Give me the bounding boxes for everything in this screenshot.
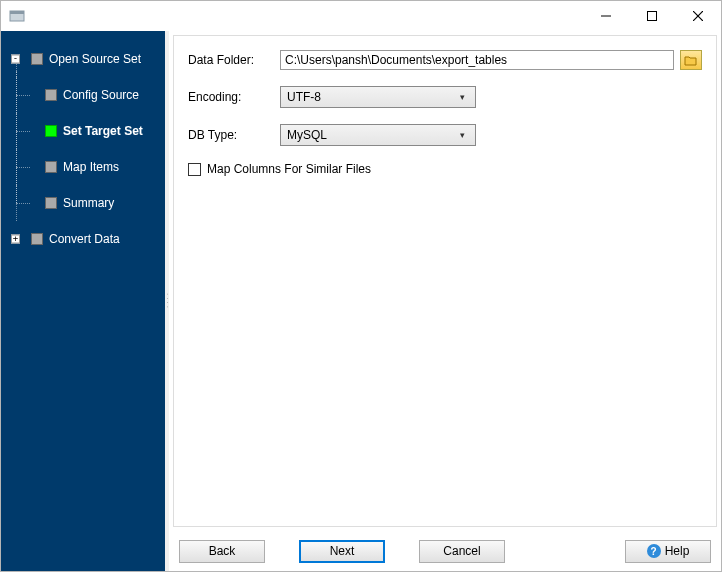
db-type-value: MySQL: [287, 128, 327, 142]
db-type-combo[interactable]: MySQL ▾: [280, 124, 476, 146]
close-button[interactable]: [675, 1, 721, 31]
body: Open Source Set Config Source Set Target…: [1, 31, 721, 571]
help-icon: ?: [647, 544, 661, 558]
expander-icon[interactable]: [11, 235, 20, 244]
tree-node-map-items[interactable]: Map Items: [7, 149, 165, 185]
tree-label: Open Source Set: [49, 52, 141, 66]
encoding-combo[interactable]: UTF-8 ▾: [280, 86, 476, 108]
expander-icon[interactable]: [11, 55, 20, 64]
help-button[interactable]: ? Help: [625, 540, 711, 563]
app-icon: [9, 8, 25, 24]
next-button[interactable]: Next: [299, 540, 385, 563]
browse-folder-button[interactable]: [680, 50, 702, 70]
step-icon: [31, 53, 43, 65]
back-button[interactable]: Back: [179, 540, 265, 563]
window-controls: [583, 1, 721, 31]
cancel-button[interactable]: Cancel: [419, 540, 505, 563]
tree-node-convert-data[interactable]: Convert Data: [7, 221, 165, 257]
map-columns-checkbox[interactable]: [188, 163, 201, 176]
tree-label: Config Source: [63, 88, 139, 102]
minimize-button[interactable]: [583, 1, 629, 31]
row-encoding: Encoding: UTF-8 ▾: [188, 86, 702, 108]
data-folder-input[interactable]: [280, 50, 674, 70]
step-icon: [31, 233, 43, 245]
step-icon: [45, 197, 57, 209]
chevron-down-icon: ▾: [460, 130, 465, 140]
label-db-type: DB Type:: [188, 128, 280, 142]
tree-label: Convert Data: [49, 232, 120, 246]
app-window: Open Source Set Config Source Set Target…: [0, 0, 722, 572]
tree-label: Summary: [63, 196, 114, 210]
main-panel: Data Folder: Encoding: UTF-8 ▾ DB Type:: [169, 31, 721, 571]
tree-node-set-target-set[interactable]: Set Target Set: [7, 113, 165, 149]
wizard-sidebar: Open Source Set Config Source Set Target…: [1, 31, 165, 571]
step-icon: [45, 89, 57, 101]
row-db-type: DB Type: MySQL ▾: [188, 124, 702, 146]
step-icon: [45, 161, 57, 173]
label-data-folder: Data Folder:: [188, 53, 280, 67]
tree-label: Map Items: [63, 160, 119, 174]
svg-rect-3: [648, 12, 657, 21]
titlebar: [1, 1, 721, 31]
label-encoding: Encoding:: [188, 90, 280, 104]
form-area: Data Folder: Encoding: UTF-8 ▾ DB Type:: [173, 35, 717, 527]
label-map-columns: Map Columns For Similar Files: [207, 162, 371, 176]
encoding-value: UTF-8: [287, 90, 321, 104]
tree-node-config-source[interactable]: Config Source: [7, 77, 165, 113]
tree-node-open-source-set[interactable]: Open Source Set: [7, 41, 165, 77]
button-bar: Back Next Cancel ? Help: [169, 531, 721, 571]
row-data-folder: Data Folder:: [188, 50, 702, 70]
maximize-button[interactable]: [629, 1, 675, 31]
wizard-tree: Open Source Set Config Source Set Target…: [1, 41, 165, 257]
svg-rect-1: [10, 11, 24, 14]
folder-open-icon: [684, 54, 698, 66]
row-map-columns[interactable]: Map Columns For Similar Files: [188, 162, 702, 176]
tree-label: Set Target Set: [63, 124, 143, 138]
step-icon: [45, 125, 57, 137]
chevron-down-icon: ▾: [460, 92, 465, 102]
tree-node-summary[interactable]: Summary: [7, 185, 165, 221]
